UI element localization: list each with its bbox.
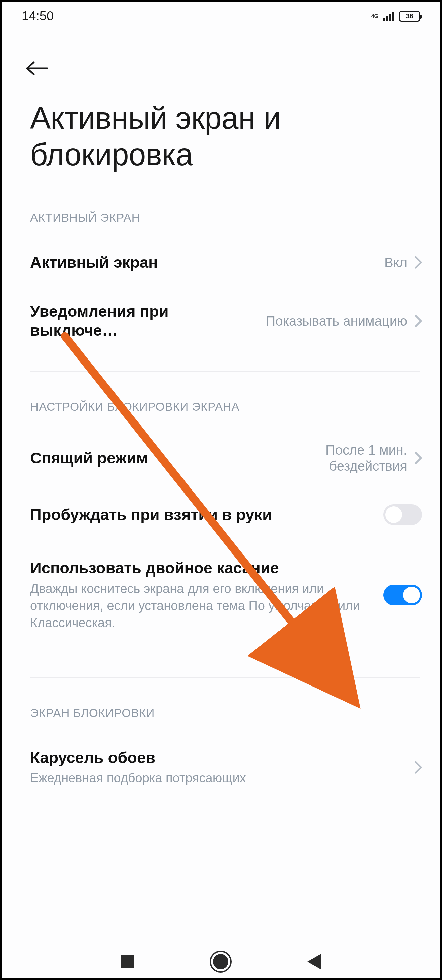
row-title-sleep-mode: Спящий режим — [30, 449, 250, 468]
battery-level: 36 — [406, 13, 413, 20]
row-title-notifications-off: Уведомления при выключе… — [30, 302, 187, 340]
row-value-active-display: Вкл — [384, 254, 407, 270]
android-nav-bar — [2, 953, 440, 970]
nav-home-button[interactable] — [213, 954, 228, 969]
nav-recent-button[interactable] — [121, 955, 134, 968]
row-value-notifications-off: Показывать анимацию — [266, 313, 407, 329]
row-title-active-display: Активный экран — [30, 253, 371, 272]
row-desc-wallpaper-carousel: Ежедневная подборка потрясающих — [30, 770, 401, 787]
row-wallpaper-carousel[interactable]: Карусель обоев Ежедневная подборка потря… — [2, 733, 440, 802]
status-time: 14:50 — [22, 9, 54, 24]
status-right: 4G 36 — [371, 11, 420, 22]
section-header-lock-settings: НАСТРОЙКИ БЛОКИРОВКИ ЭКРАНА — [2, 372, 440, 427]
section-header-active-display: АКТИВНЫЙ ЭКРАН — [2, 183, 440, 238]
row-title-double-tap: Использовать двойное касание — [30, 558, 370, 577]
row-notifications-off[interactable]: Уведомления при выключе… Показывать аним… — [2, 287, 440, 355]
page-title: Активный экран и блокировка — [2, 86, 440, 183]
row-active-display[interactable]: Активный экран Вкл — [2, 238, 440, 287]
chevron-right-icon — [415, 761, 422, 773]
toggle-double-tap[interactable] — [383, 585, 422, 605]
row-double-tap[interactable]: Использовать двойное касание Дважды косн… — [2, 540, 440, 647]
row-value-sleep-mode: После 1 мин. бездействия — [263, 442, 407, 474]
row-title-wallpaper-carousel: Карусель обоев — [30, 748, 401, 767]
row-raise-to-wake[interactable]: Пробуждать при взятии в руки — [2, 489, 440, 540]
toggle-raise-to-wake[interactable] — [383, 504, 422, 525]
nav-back-button[interactable] — [307, 953, 322, 970]
chevron-right-icon — [415, 256, 422, 269]
battery-icon: 36 — [399, 11, 420, 22]
row-sleep-mode[interactable]: Спящий режим После 1 мин. бездействия — [2, 427, 440, 489]
row-title-raise-to-wake: Пробуждать при взятии в руки — [30, 505, 370, 524]
section-header-lock-screen: ЭКРАН БЛОКИРОВКИ — [2, 678, 440, 733]
network-indicator: 4G — [371, 14, 379, 19]
chevron-right-icon — [415, 452, 422, 465]
chevron-right-icon — [415, 315, 422, 327]
back-button[interactable] — [25, 60, 417, 76]
row-desc-double-tap: Дважды коснитесь экрана для его включени… — [30, 580, 370, 632]
signal-icon — [383, 12, 394, 21]
status-bar: 14:50 4G 36 — [2, 2, 440, 30]
network-4g-label: 4G — [371, 14, 379, 19]
